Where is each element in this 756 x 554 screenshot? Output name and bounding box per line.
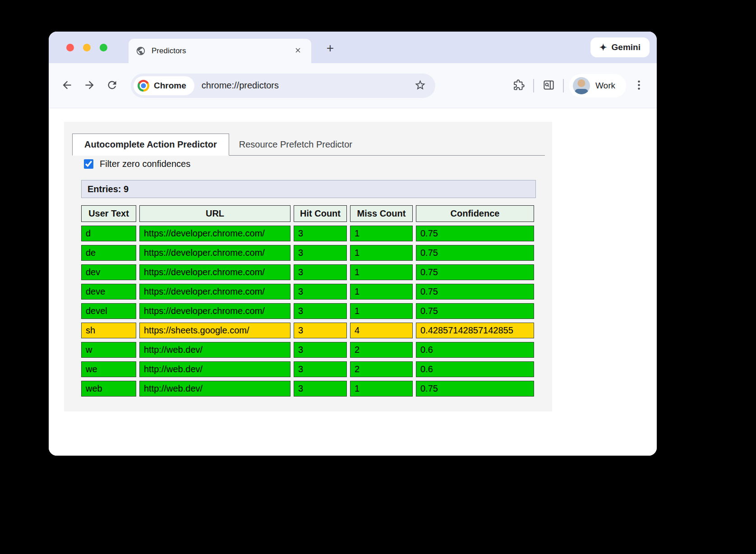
cell-confidence: 0.6 [416,361,534,377]
cell-confidence: 0.75 [416,264,534,280]
extensions-button[interactable] [510,77,528,95]
cell-user-text: w [81,342,136,358]
table-row: web http://web.dev/ 3 1 0.75 [81,381,534,397]
chrome-badge[interactable]: Chrome [134,76,194,95]
profile-button[interactable]: Work [569,74,626,97]
cell-confidence: 0.6 [416,342,534,358]
filter-zero-confidences-checkbox[interactable] [84,159,93,169]
table-row: devel https://developer.chrome.com/ 3 1 … [81,303,534,319]
predictor-tabs: Autocomplete Action Predictor Resource P… [72,134,545,156]
tab-close-button[interactable] [291,45,304,57]
window-minimize-button[interactable] [83,44,91,51]
predictors-page: Autocomplete Action Predictor Resource P… [64,122,552,411]
forward-button[interactable] [80,77,98,95]
cell-confidence: 0.75 [416,303,534,319]
window-close-button[interactable] [66,44,74,51]
table-row: sh https://sheets.google.com/ 3 4 0.4285… [81,323,534,338]
traffic-lights [66,44,107,51]
table-row: d https://developer.chrome.com/ 3 1 0.75 [81,226,534,241]
filter-row: Filter zero confidences [84,159,190,169]
cell-url: https://developer.chrome.com/ [139,264,290,280]
cell-user-text: de [81,245,136,261]
cell-user-text: dev [81,264,136,280]
cell-miss-count: 1 [350,381,413,397]
cell-hit-count: 3 [294,226,347,241]
cell-url: http://web.dev/ [139,381,290,397]
cell-hit-count: 3 [294,342,347,358]
star-icon [414,79,426,92]
chrome-badge-label: Chrome [154,81,186,91]
cell-url: http://web.dev/ [139,342,290,358]
cell-miss-count: 2 [350,361,413,377]
new-tab-button[interactable]: + [321,39,339,57]
reload-icon [106,79,118,92]
globe-favicon-icon [136,46,146,56]
cell-user-text: d [81,226,136,241]
cell-user-text: we [81,361,136,377]
cell-confidence: 0.42857142857142855 [416,323,534,338]
cell-confidence: 0.75 [416,284,534,300]
cell-user-text: devel [81,303,136,319]
gemini-label: Gemini [612,42,641,52]
cell-miss-count: 1 [350,245,413,261]
url-text[interactable]: chrome://predictors [202,80,411,91]
cell-hit-count: 3 [294,264,347,280]
col-header-confidence: Confidence [416,205,534,222]
cell-url: https://developer.chrome.com/ [139,245,290,261]
col-header-hit-count: Hit Count [294,205,347,222]
cell-user-text: web [81,381,136,397]
cell-confidence: 0.75 [416,381,534,397]
cell-hit-count: 3 [294,284,347,300]
gemini-sparkle-icon: ✦ [599,42,607,53]
cell-user-text: sh [81,323,136,338]
side-panel-search-icon [543,79,555,92]
entries-count: Entries: 9 [81,180,536,198]
cell-url: https://developer.chrome.com/ [139,303,290,319]
cell-hit-count: 3 [294,303,347,319]
desktop-background: Predictors + ✦ Gemini [0,0,756,554]
address-bar[interactable]: Chrome chrome://predictors [131,74,435,98]
profile-name: Work [595,81,615,91]
cell-miss-count: 1 [350,303,413,319]
toolbar-divider [533,79,534,92]
page-viewport: Autocomplete Action Predictor Resource P… [49,108,657,456]
filter-label: Filter zero confidences [100,159,190,169]
table-row: we http://web.dev/ 3 2 0.6 [81,361,534,377]
tab-resource-prefetch-predictor[interactable]: Resource Prefetch Predictor [229,134,362,155]
cell-hit-count: 3 [294,245,347,261]
toolbar-divider [563,79,564,92]
cell-hit-count: 3 [294,323,347,338]
browser-toolbar: Chrome chrome://predictors [49,63,657,108]
cell-miss-count: 1 [350,226,413,241]
table-row: deve https://developer.chrome.com/ 3 1 0… [81,284,534,300]
close-icon [294,46,302,55]
browser-tab-predictors[interactable]: Predictors [129,39,311,63]
three-dot-menu-icon [633,79,645,92]
avatar [573,77,590,94]
col-header-url: URL [139,205,290,222]
cell-confidence: 0.75 [416,226,534,241]
bookmark-button[interactable] [411,77,429,95]
table-row: dev https://developer.chrome.com/ 3 1 0.… [81,264,534,280]
cell-url: https://developer.chrome.com/ [139,226,290,241]
browser-menu-button[interactable] [630,77,648,95]
browser-window: Predictors + ✦ Gemini [49,32,657,456]
cell-hit-count: 3 [294,361,347,377]
cell-url: http://web.dev/ [139,361,290,377]
reload-button[interactable] [103,77,121,95]
cell-confidence: 0.75 [416,245,534,261]
back-button[interactable] [58,77,76,95]
predictors-table: User Text URL Hit Count Miss Count Confi… [78,202,537,400]
back-arrow-icon [61,79,73,92]
side-panel-button[interactable] [539,77,558,95]
gemini-button[interactable]: ✦ Gemini [590,37,650,57]
forward-arrow-icon [83,79,96,92]
col-header-miss-count: Miss Count [350,205,413,222]
cell-miss-count: 4 [350,323,413,338]
puzzle-piece-icon [513,79,525,92]
window-zoom-button[interactable] [100,44,107,51]
cell-miss-count: 2 [350,342,413,358]
cell-miss-count: 1 [350,284,413,300]
tab-autocomplete-action-predictor[interactable]: Autocomplete Action Predictor [72,134,229,156]
cell-miss-count: 1 [350,264,413,280]
